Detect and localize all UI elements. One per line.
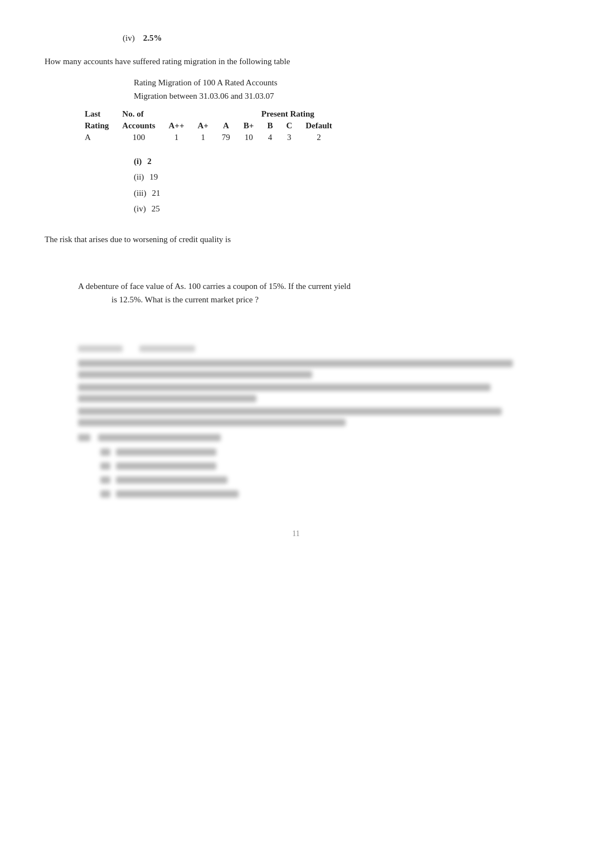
- col-noof-accounts-header: No. of: [115, 108, 162, 120]
- blurred-header-short1: [78, 345, 123, 352]
- blurred-line-6: [78, 419, 346, 426]
- opt-ii-num: (ii): [134, 169, 144, 185]
- blurred-opt-i-num: [100, 449, 110, 456]
- table-caption-line2: Migration between 31.03.06 and 31.03.07: [134, 89, 547, 103]
- blurred-options-label-row: [78, 434, 547, 445]
- table-header-row2: Rating Accounts A++ A+ A B+ B C Default: [78, 120, 339, 132]
- blurred-section: [45, 345, 547, 501]
- option-i: (i) 2: [134, 153, 547, 170]
- page-number: 11: [45, 529, 547, 538]
- section-iv-label: (iv): [123, 33, 135, 42]
- table-caption: Rating Migration of 100 A Rated Accounts…: [45, 76, 547, 103]
- cell-a: 79: [215, 132, 237, 143]
- blurred-opt-iii-num: [100, 476, 110, 484]
- col-ap-label: A+: [191, 120, 215, 132]
- blurred-opt-i-val: [116, 449, 216, 456]
- col-c-label: C: [279, 120, 299, 132]
- table-row: A 100 1 1 79 10 4 3 2: [78, 132, 339, 143]
- cell-c: 3: [279, 132, 299, 143]
- blurred-header-short2: [139, 345, 195, 352]
- col-ap-header: [191, 108, 215, 120]
- col-a-label: A: [215, 120, 237, 132]
- question3-line1: A debenture of face value of As. 100 car…: [78, 279, 547, 293]
- option-iii: (iii) 21: [134, 185, 547, 201]
- question2-block: The risk that arises due to worsening of…: [45, 233, 547, 246]
- cell-rating: A: [78, 132, 115, 143]
- opt-i-num: (i): [134, 153, 142, 170]
- col-default-label: Default: [299, 120, 339, 132]
- rating-migration-table: Last No. of Present Rating Rating Accoun…: [78, 108, 339, 143]
- table-caption-line1: Rating Migration of 100 A Rated Accounts: [134, 76, 547, 89]
- option-ii: (ii) 19: [134, 169, 547, 185]
- col-accounts-label: Accounts: [115, 120, 162, 132]
- question2-text: The risk that arises due to worsening of…: [45, 235, 231, 244]
- opt-ii-val: 19: [149, 169, 158, 185]
- blurred-num: [78, 434, 90, 441]
- cell-ap: 1: [191, 132, 215, 143]
- question3-line2: is 12.5%. What is the current market pri…: [78, 293, 547, 306]
- blurred-line-2: [78, 371, 312, 378]
- blurred-line-3: [78, 384, 491, 391]
- col-app-header: [162, 108, 191, 120]
- blurred-lines-block3: [78, 408, 535, 426]
- blurred-lines-block: [78, 360, 535, 378]
- blurred-lines-block2: [78, 384, 535, 402]
- cell-b: 4: [260, 132, 279, 143]
- opt-i-val: 2: [147, 153, 152, 170]
- opt-iii-num: (iii): [134, 185, 147, 201]
- cell-accounts: 100: [115, 132, 162, 143]
- blurred-line-5: [78, 408, 502, 415]
- section-iv-header: (iv) 2.5%: [45, 33, 547, 43]
- option-iv: (iv) 25: [134, 201, 547, 217]
- cell-bplus: 10: [237, 132, 261, 143]
- cell-default: 2: [299, 132, 339, 143]
- table-header-row1: Last No. of Present Rating: [78, 108, 339, 120]
- blurred-line-1: [78, 360, 513, 367]
- col-bplus-label: B+: [237, 120, 261, 132]
- col-rating-label: Rating: [78, 120, 115, 132]
- blurred-line-4: [78, 395, 256, 402]
- question3-block: A debenture of face value of As. 100 car…: [45, 279, 547, 306]
- blurred-opt-iv-val: [116, 490, 239, 498]
- col-last-rating-header: Last: [78, 108, 115, 120]
- section-iv-value: 2.5%: [143, 33, 162, 42]
- col-a-header: [215, 108, 237, 120]
- col-app-label: A++: [162, 120, 191, 132]
- blurred-opt-label: [98, 434, 221, 441]
- present-rating-header: Present Rating: [237, 108, 339, 120]
- col-b-label: B: [260, 120, 279, 132]
- rating-migration-table-wrap: Last No. of Present Rating Rating Accoun…: [45, 108, 547, 143]
- question1-text: How many accounts have suffered rating m…: [45, 55, 547, 68]
- blurred-opt-ii-val: [116, 462, 216, 470]
- cell-app: 1: [162, 132, 191, 143]
- blurred-opt-iii-val: [116, 476, 227, 484]
- options-block-1: (i) 2 (ii) 19 (iii) 21 (iv) 25: [45, 153, 547, 217]
- opt-iv-num: (iv): [134, 201, 146, 217]
- blurred-opt-iv-num: [100, 490, 110, 498]
- opt-iv-val: 25: [152, 201, 160, 217]
- blurred-opt-ii-num: [100, 462, 110, 470]
- opt-iii-val: 21: [152, 185, 161, 201]
- blurred-options-block: [78, 449, 547, 501]
